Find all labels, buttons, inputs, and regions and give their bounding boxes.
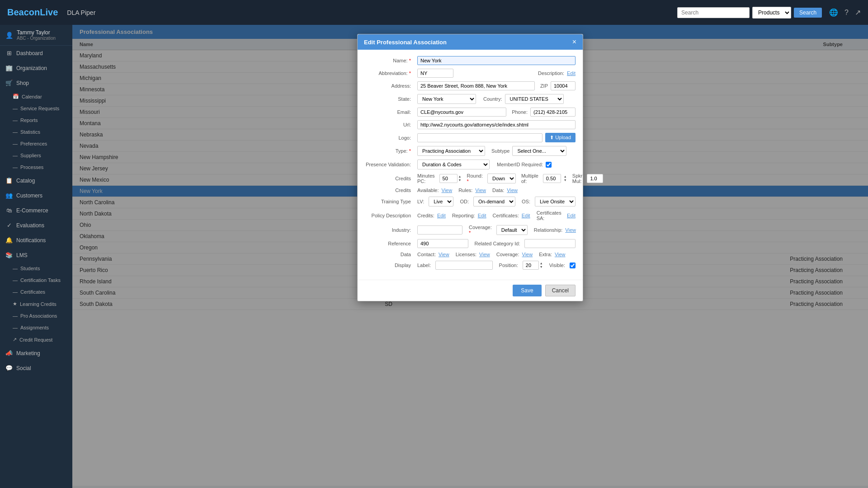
extra-view-button[interactable]: View bbox=[555, 252, 566, 257]
policy-credits-edit-button[interactable]: Edit bbox=[437, 213, 446, 218]
coverage2-view-button[interactable]: View bbox=[522, 252, 533, 257]
assignments-icon: — bbox=[13, 325, 18, 330]
display-label: Display bbox=[365, 263, 415, 268]
sidebar-item-students[interactable]: — Students bbox=[0, 263, 72, 274]
available-view-button[interactable]: View bbox=[442, 188, 453, 193]
industry-input[interactable] bbox=[417, 225, 462, 235]
sidebar-item-suppliers[interactable]: — Suppliers bbox=[0, 150, 72, 161]
zip-input[interactable] bbox=[551, 81, 576, 90]
state-select[interactable]: New York bbox=[417, 94, 476, 104]
name-input[interactable] bbox=[417, 56, 576, 65]
minutes-pc-dn[interactable]: ▼ bbox=[458, 178, 462, 182]
search-input[interactable] bbox=[677, 7, 750, 18]
globe-icon[interactable]: 🌐 bbox=[829, 8, 838, 17]
header-right: Products Search 🌐 ? ↗ bbox=[677, 7, 861, 19]
position-dn[interactable]: ▼ bbox=[540, 265, 543, 269]
email-input[interactable] bbox=[417, 108, 506, 117]
sidebar-item-marketing[interactable]: 📣 Marketing bbox=[0, 346, 72, 361]
save-button[interactable]: Save bbox=[513, 285, 541, 296]
memberid-checkbox[interactable] bbox=[546, 162, 552, 168]
lv-select[interactable]: Live bbox=[429, 197, 453, 206]
display-label-input[interactable] bbox=[435, 261, 493, 270]
sidebar-item-processes[interactable]: — Processes bbox=[0, 161, 72, 173]
lv-label: LV: bbox=[417, 199, 424, 204]
address-input[interactable] bbox=[417, 81, 535, 90]
sidebar-item-preferences[interactable]: — Preferences bbox=[0, 138, 72, 150]
sidebar-item-assignments[interactable]: — Assignments bbox=[0, 322, 72, 333]
position-updn[interactable]: ▲ ▼ bbox=[540, 262, 543, 269]
licenses-view-button[interactable]: View bbox=[479, 252, 490, 257]
minutes-pc-input[interactable] bbox=[439, 174, 458, 183]
position-input[interactable] bbox=[523, 261, 539, 270]
sidebar-item-certification-tasks[interactable]: — Certification Tasks bbox=[0, 274, 72, 286]
type-label: Type: * bbox=[365, 148, 415, 154]
policy-reporting-edit-button[interactable]: Edit bbox=[478, 213, 486, 218]
policy-certs-sa-edit-button[interactable]: Edit bbox=[567, 213, 576, 218]
sidebar-item-learning-credits[interactable]: ★ Learning Credits bbox=[0, 298, 72, 310]
position-up[interactable]: ▲ bbox=[540, 262, 543, 265]
related-cat-input[interactable] bbox=[524, 239, 576, 248]
url-input[interactable] bbox=[417, 120, 576, 129]
contact-view-button[interactable]: View bbox=[439, 252, 449, 257]
sidebar-item-catalog[interactable]: 📋 Catalog bbox=[0, 173, 72, 188]
memberid-label: MemberID Required: bbox=[497, 162, 543, 167]
sidebar-item-pro-associations[interactable]: — Pro Associations bbox=[0, 310, 72, 322]
multiple-of-input[interactable] bbox=[543, 174, 561, 183]
rules-view-button[interactable]: View bbox=[475, 188, 486, 193]
sidebar-item-certificates[interactable]: — Certificates bbox=[0, 286, 72, 298]
type-select[interactable]: Practicing Association bbox=[417, 146, 485, 156]
sidebar-user[interactable]: 👤 Tammy Taylor ABC - Organization bbox=[0, 25, 72, 46]
sidebar-item-ecommerce[interactable]: 🛍 E-Commerce bbox=[0, 203, 72, 218]
sidebar-item-service-requests[interactable]: — Service Requests bbox=[0, 103, 72, 114]
cancel-button[interactable]: Cancel bbox=[545, 285, 576, 296]
coverage-select[interactable]: Default bbox=[496, 225, 528, 235]
search-button[interactable]: Search bbox=[794, 8, 822, 18]
visible-checkbox[interactable] bbox=[570, 263, 576, 268]
data-view-button[interactable]: View bbox=[507, 188, 518, 193]
upload-button[interactable]: ⬆ Upload bbox=[545, 133, 576, 142]
sidebar-item-social[interactable]: 💬 Social bbox=[0, 361, 72, 375]
os-select[interactable]: Live Onsite bbox=[535, 197, 576, 206]
sidebar-item-label-customers: Customers bbox=[16, 192, 42, 199]
minutes-pc-updn[interactable]: ▲ ▼ bbox=[458, 175, 462, 182]
subtype-select[interactable]: Select One... bbox=[512, 146, 566, 156]
presence-select[interactable]: Duration & Codes bbox=[417, 160, 490, 169]
products-select[interactable]: Products bbox=[752, 7, 791, 19]
sidebar-item-label-processes: Processes bbox=[20, 164, 43, 170]
logo-input[interactable] bbox=[417, 133, 542, 142]
user-icon[interactable]: ↗ bbox=[855, 8, 861, 17]
logo-area: BeaconLive DLA Piper bbox=[7, 7, 95, 18]
country-select[interactable]: UNITED STATES bbox=[505, 94, 564, 104]
sidebar-item-lms[interactable]: 📚 LMS bbox=[0, 248, 72, 263]
sidebar-item-label-reports: Reports bbox=[20, 117, 38, 123]
sidebar-item-notifications[interactable]: 🔔 Notifications bbox=[0, 233, 72, 248]
sidebar-item-evaluations[interactable]: ✓ Evaluations bbox=[0, 218, 72, 233]
sidebar-item-credit-request[interactable]: ↗ Credit Request bbox=[0, 333, 72, 346]
sidebar-item-statistics[interactable]: — Statistics bbox=[0, 126, 72, 138]
sidebar-item-customers[interactable]: 👥 Customers bbox=[0, 188, 72, 203]
help-icon[interactable]: ? bbox=[844, 9, 849, 17]
round-select[interactable]: Down bbox=[487, 174, 516, 183]
description-edit-button[interactable]: Edit bbox=[567, 70, 576, 76]
sidebar-item-dashboard[interactable]: ⊞ Dashboard bbox=[0, 46, 72, 61]
multiple-of-updn[interactable]: ▲ ▼ bbox=[564, 175, 567, 182]
minutes-pc-up[interactable]: ▲ bbox=[458, 175, 462, 178]
relationship-view-button[interactable]: View bbox=[565, 227, 576, 233]
sidebar-item-reports[interactable]: — Reports bbox=[0, 114, 72, 126]
sidebar-item-shop[interactable]: 🛒 Shop bbox=[0, 75, 72, 90]
spkr-mul-input[interactable] bbox=[587, 174, 603, 183]
phone-input[interactable] bbox=[530, 108, 576, 117]
sidebar-item-organization[interactable]: 🏢 Organization bbox=[0, 61, 72, 75]
sidebar-item-calendar[interactable]: 📅 Calendar bbox=[0, 90, 72, 103]
ecommerce-icon: 🛍 bbox=[5, 207, 13, 214]
modal-close-button[interactable]: × bbox=[572, 38, 576, 46]
contact-label: Contact: bbox=[417, 252, 436, 257]
multiple-of-up[interactable]: ▲ bbox=[564, 175, 567, 178]
policy-certs-edit-button[interactable]: Edit bbox=[522, 213, 530, 218]
od-select[interactable]: On-demand bbox=[473, 197, 515, 206]
sidebar-item-label-dashboard: Dashboard bbox=[16, 50, 43, 56]
abbr-input[interactable] bbox=[417, 69, 453, 78]
email-label: Email: bbox=[365, 109, 415, 115]
reference-input[interactable] bbox=[417, 239, 468, 248]
multiple-of-dn[interactable]: ▼ bbox=[564, 178, 567, 182]
